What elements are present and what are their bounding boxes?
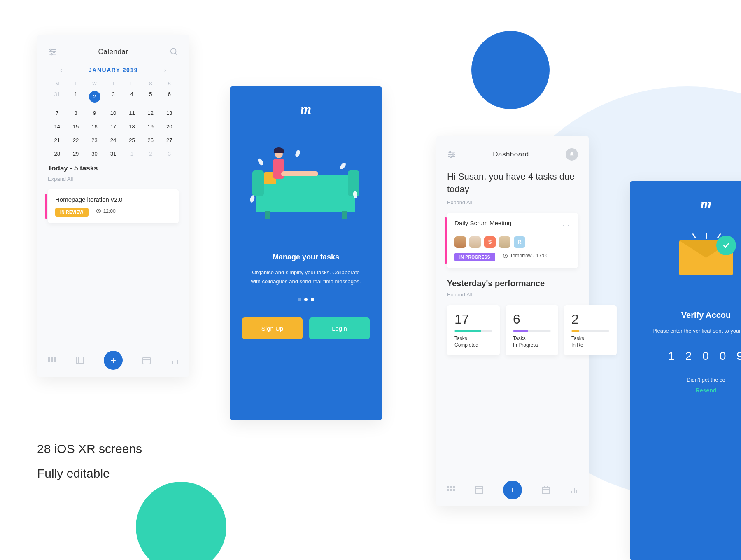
expand-all-link[interactable]: Expand All <box>447 292 578 298</box>
calendar-day[interactable]: 19 <box>141 124 160 130</box>
calendar-day[interactable]: 7 <box>48 110 66 116</box>
calendar-day[interactable]: 2 <box>85 91 104 103</box>
svg-rect-41 <box>542 487 550 494</box>
code-input-row[interactable]: 12009 <box>642 350 741 363</box>
month-label: JANUARY 2019 <box>89 67 138 73</box>
onboarding-title: Manage your tasks <box>242 253 370 261</box>
calendar-day[interactable]: 23 <box>85 137 104 143</box>
search-icon[interactable] <box>170 47 179 56</box>
next-month-button[interactable]: › <box>164 66 166 74</box>
calendar-day[interactable]: 31 <box>48 91 66 103</box>
svg-point-30 <box>450 156 452 158</box>
greeting-text: Hi Susan, you have 4 tasks due today <box>447 170 578 196</box>
avatar[interactable] <box>469 236 481 248</box>
svg-rect-12 <box>48 359 50 362</box>
calendar-day[interactable]: 3 <box>160 151 179 157</box>
table-icon[interactable] <box>75 355 85 365</box>
stats-row: 17 TasksCompleted6 TasksIn Progress2 Tas… <box>447 305 578 356</box>
weekday-header: MTWTFSS <box>48 81 179 86</box>
avatar[interactable]: S <box>484 236 496 248</box>
code-digit[interactable]: 0 <box>720 350 727 363</box>
calendar-icon[interactable] <box>142 355 151 365</box>
calendar-day[interactable]: 27 <box>160 137 179 143</box>
add-button[interactable]: + <box>503 481 522 499</box>
calendar-day[interactable]: 1 <box>66 91 85 103</box>
expand-all-link[interactable]: Expand All <box>48 176 179 182</box>
svg-point-28 <box>452 154 454 155</box>
page-indicator <box>242 298 370 301</box>
stat-label: TasksCompleted <box>454 335 492 349</box>
svg-rect-35 <box>447 489 449 491</box>
svg-line-7 <box>175 53 177 55</box>
chart-icon[interactable] <box>569 485 579 495</box>
calendar-day[interactable]: 24 <box>104 137 122 143</box>
calendar-day[interactable]: 12 <box>141 110 160 116</box>
status-badge: IN REVIEW <box>55 208 89 217</box>
expand-all-link[interactable]: Expand All <box>447 199 578 205</box>
calendar-day[interactable]: 4 <box>123 91 141 103</box>
calendar-day[interactable]: 22 <box>66 137 85 143</box>
calendar-day[interactable]: 5 <box>141 91 160 103</box>
code-digit[interactable]: 1 <box>668 350 676 363</box>
filter-icon[interactable] <box>48 47 57 56</box>
stat-card[interactable]: 2 TasksIn Re <box>564 305 617 356</box>
task-time: Tomorrow - 17:00 <box>503 253 548 259</box>
code-digit[interactable]: 0 <box>702 350 710 363</box>
add-button[interactable]: + <box>104 351 123 370</box>
more-icon[interactable]: ⋯ <box>562 221 571 230</box>
calendar-day[interactable]: 3 <box>104 91 122 103</box>
calendar-icon[interactable] <box>541 485 551 495</box>
svg-point-3 <box>53 51 55 53</box>
calendar-day[interactable]: 8 <box>66 110 85 116</box>
filter-icon[interactable] <box>447 150 456 159</box>
calendar-day[interactable]: 15 <box>66 124 85 130</box>
calendar-day[interactable]: 17 <box>104 124 122 130</box>
calendar-day[interactable]: 21 <box>48 137 66 143</box>
bottom-nav: + <box>37 344 189 377</box>
code-digit[interactable]: 2 <box>685 350 693 363</box>
calendar-day[interactable]: 25 <box>123 137 141 143</box>
avatar-list: S R <box>454 236 571 248</box>
svg-rect-15 <box>76 357 84 364</box>
progress-bar <box>571 330 609 332</box>
avatar[interactable] <box>454 236 466 248</box>
marketing-text: 28 iOS XR screens Fully editable <box>37 436 142 486</box>
section-title: Yesterday's performance <box>447 279 578 288</box>
login-button[interactable]: Login <box>309 317 370 339</box>
calendar-day[interactable]: 29 <box>66 151 85 157</box>
calendar-day[interactable]: 6 <box>160 91 179 103</box>
code-digit[interactable]: 9 <box>736 350 741 363</box>
stat-card[interactable]: 6 TasksIn Progress <box>506 305 558 356</box>
stat-card[interactable]: 17 TasksCompleted <box>447 305 500 356</box>
signup-button[interactable]: Sign Up <box>242 317 303 339</box>
chart-icon[interactable] <box>170 355 180 365</box>
calendar-day[interactable]: 30 <box>85 151 104 157</box>
grid-icon[interactable] <box>446 485 456 495</box>
notification-button[interactable] <box>566 148 578 161</box>
avatar[interactable] <box>499 236 510 248</box>
prev-month-button[interactable]: ‹ <box>60 66 62 74</box>
calendar-day[interactable]: 18 <box>123 124 141 130</box>
svg-point-1 <box>50 49 52 51</box>
calendar-day[interactable]: 10 <box>104 110 122 116</box>
task-card[interactable]: Daily Scrum Meeting ⋯ S R IN PROGRESS To… <box>447 213 578 268</box>
table-icon[interactable] <box>474 485 484 495</box>
calendar-day[interactable]: 13 <box>160 110 179 116</box>
resend-link[interactable]: Resend <box>642 387 741 394</box>
mail-illustration <box>673 240 739 290</box>
calendar-day[interactable]: 28 <box>48 151 66 157</box>
calendar-day[interactable]: 20 <box>160 124 179 130</box>
svg-rect-14 <box>54 359 56 362</box>
calendar-day[interactable]: 1 <box>123 151 141 157</box>
avatar[interactable]: R <box>514 236 525 248</box>
task-card[interactable]: Homepage iteration v2.0 IN REVIEW 12:00 <box>48 189 179 223</box>
calendar-day[interactable]: 9 <box>85 110 104 116</box>
calendar-day[interactable]: 16 <box>85 124 104 130</box>
calendar-day[interactable]: 2 <box>141 151 160 157</box>
grid-icon[interactable] <box>47 355 56 365</box>
calendar-day[interactable]: 31 <box>104 151 122 157</box>
calendar-day[interactable]: 26 <box>141 137 160 143</box>
onboarding-screen: m Manage your tasks Organise and simplif… <box>230 86 382 420</box>
calendar-day[interactable]: 11 <box>123 110 141 116</box>
calendar-day[interactable]: 14 <box>48 124 66 130</box>
